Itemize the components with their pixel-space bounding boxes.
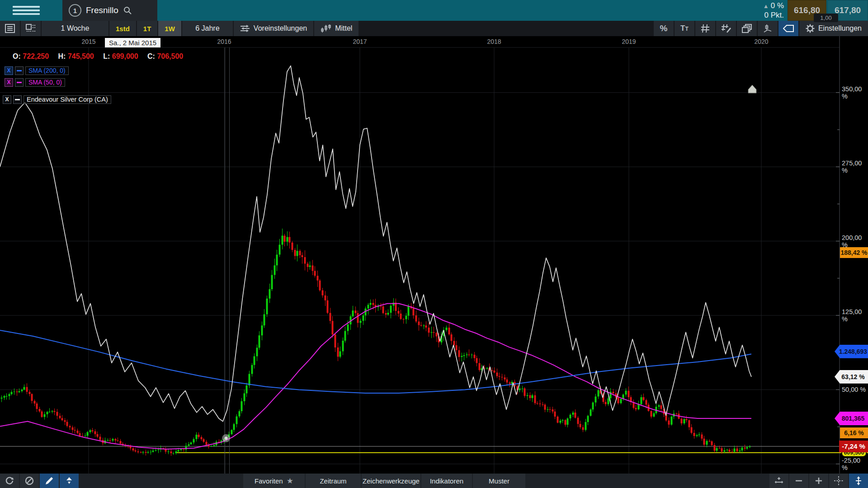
price-axis-badge: 1.248,693 (835, 345, 868, 358)
grid-pen-icon (721, 24, 731, 33)
sliders-icon (240, 24, 250, 33)
timeframe-1t[interactable]: 1T (137, 21, 158, 36)
change-percent: 0 % (771, 1, 784, 10)
search-icon[interactable] (123, 6, 132, 15)
star-icon: ★ (287, 476, 293, 486)
zoom-x-button[interactable] (769, 474, 788, 488)
mittel-label: Mittel (335, 24, 352, 33)
stacked-windows-icon (742, 24, 752, 33)
sma50-label[interactable]: SMA (50, 0) (25, 78, 65, 87)
chart-area[interactable] (0, 36, 868, 474)
draw-mode-button[interactable] (40, 474, 59, 488)
instrument-name: Fresnillo (86, 5, 118, 15)
compare-line (0, 66, 751, 422)
top-bar: 1 Fresnillo ▲0 % 0 Pkt. 616,80 617,80 1,… (0, 0, 868, 21)
y-axis-percent-label: 50,00 % (842, 386, 866, 393)
x-axis-year-label: 2016 (217, 38, 231, 45)
timespan-6-jahre[interactable]: 6 Jahre (182, 21, 233, 36)
circle-slash-icon (25, 476, 34, 485)
layout-grid-icon (26, 24, 36, 33)
legend-compare: X Endeavour Silver Corp (CA) (3, 95, 111, 104)
x-axis-zoom-icon (774, 476, 783, 485)
remove-compare-button[interactable]: X (3, 95, 11, 104)
y-axis-percent-label: 350,00 % (842, 85, 868, 100)
zoom-out-button[interactable] (789, 474, 808, 488)
hamburger-menu-icon[interactable] (13, 4, 40, 17)
compare-label[interactable]: Endeavour Silver Corp (CA) (24, 95, 111, 104)
layout-button[interactable] (21, 21, 41, 36)
crosshair-date-tooltip: Sa., 2 Mai 2015 (105, 38, 160, 47)
presets-button[interactable]: Voreinstellungen (234, 21, 313, 36)
sma200-style-button[interactable] (15, 66, 24, 75)
timeframe-1std[interactable]: 1std (109, 21, 136, 36)
remove-sma200-button[interactable]: X (5, 66, 13, 75)
price-axis-badge: 801,365 (835, 412, 868, 425)
remove-sma50-button[interactable]: X (5, 78, 13, 87)
favoriten-button[interactable]: Favoriten ★ (243, 474, 305, 488)
timeframe-1w[interactable]: 1W (158, 21, 181, 36)
watchlist-button[interactable] (0, 21, 20, 36)
price-tag-icon (783, 25, 794, 32)
zeitraum-button[interactable]: Zeitraum (306, 474, 361, 488)
change-points: 0 Pkt. (763, 11, 784, 20)
price-axis-badge: 63,12 % (835, 370, 868, 384)
compare-style-button[interactable] (13, 95, 22, 104)
settings-label: Einstellungen (818, 24, 862, 33)
legend-sma200: X SMA (200, 0) (5, 66, 69, 75)
crosshair-button[interactable] (829, 474, 848, 488)
candle-line-icon (763, 24, 772, 33)
disable-tool-button[interactable] (20, 474, 39, 488)
zeichenwerkzeuge-button[interactable]: Zeichenwerkzeuge (362, 474, 420, 488)
text-size-button[interactable]: TT (675, 21, 694, 36)
bottom-toolbar: Favoriten ★ Zeitraum Zeichenwerkzeuge In… (0, 474, 868, 488)
latest-bar-home-icon (748, 85, 756, 93)
percent-scale-button[interactable]: % (654, 21, 674, 36)
change-readout: ▲0 % 0 Pkt. (763, 1, 784, 20)
grid (0, 47, 840, 474)
indikatoren-button[interactable]: Indikatoren (421, 474, 472, 488)
sma200-label[interactable]: SMA (200, 0) (25, 66, 69, 75)
price-axis-badge: -7,24 % (839, 441, 868, 452)
plus-icon (815, 477, 822, 484)
candlestick-series-down (16, 236, 746, 453)
list-icon (5, 24, 15, 33)
grid-icon (701, 24, 710, 33)
mittel-button[interactable]: Mittel (314, 21, 359, 36)
reset-chart-button[interactable] (0, 474, 19, 488)
instrument-search[interactable]: 1 Fresnillo (62, 0, 157, 21)
pencil-icon (45, 476, 54, 485)
favoriten-label: Favoriten (255, 477, 283, 485)
y-axis-percent-label: 200,00 % (842, 234, 868, 249)
presets-label: Voreinstellungen (254, 24, 307, 33)
axis-ticks (836, 93, 840, 464)
low-value: 699,000 (112, 52, 138, 60)
candlestick-icon (321, 24, 331, 33)
settings-button[interactable]: Einstellungen (799, 21, 868, 36)
chart-toolbar-right: % TT (654, 21, 868, 36)
gear-icon (806, 24, 815, 33)
muster-button[interactable]: Muster (473, 474, 525, 488)
auto-scale-button[interactable] (849, 474, 868, 488)
grid-style-button[interactable] (716, 21, 736, 36)
high-value: 745,500 (68, 52, 94, 60)
timeframe-current[interactable]: 1 Woche (42, 21, 108, 36)
candlestick-series-up (1, 236, 751, 454)
chart-type-button[interactable] (758, 21, 778, 36)
text-size-icon: TT (680, 24, 689, 33)
hover-marker-core (225, 436, 228, 440)
y-axis-percent-label: 125,00 % (842, 308, 868, 323)
price-axis-badge: 188,42 % (840, 247, 868, 258)
tag-tool-button[interactable] (778, 21, 798, 36)
candle-wicks-down (17, 232, 745, 456)
percent-icon: % (660, 23, 667, 33)
grid-toggle-button[interactable] (695, 21, 715, 36)
sort-toggle-button[interactable] (60, 474, 79, 488)
price-axis-badge: 6,16 % (840, 427, 868, 438)
chart-number-badge: 1 (69, 4, 81, 17)
ohlc-readout: O: 722,250 H: 745,500 L: 699,000 C: 706,… (13, 52, 183, 61)
sma50-style-button[interactable] (15, 78, 24, 87)
zoom-in-button[interactable] (809, 474, 828, 488)
refresh-icon (5, 476, 14, 485)
windows-button[interactable] (737, 21, 757, 36)
y-axis-percent-label: 275,00 % (842, 160, 868, 174)
